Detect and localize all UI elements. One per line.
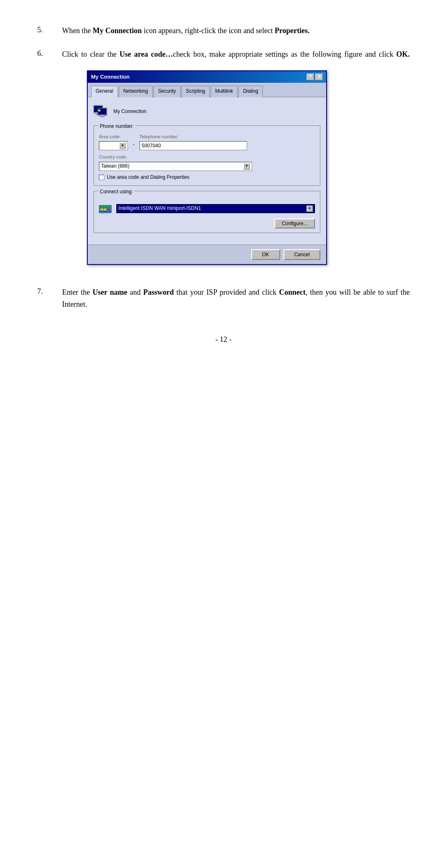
win-dialog: My Connection ? ✕ General Networking Sec…: [87, 70, 327, 265]
step-7: 7. Enter the User name and Password that…: [37, 286, 410, 310]
step-7-text-before: Enter the: [62, 288, 93, 296]
area-code-arrow[interactable]: ▼: [119, 142, 126, 149]
dialog-container: My Connection ? ✕ General Networking Sec…: [87, 70, 327, 265]
titlebar-controls: ? ✕: [307, 74, 323, 80]
connection-name-label: My Connection: [113, 108, 147, 115]
separator-dash: -: [131, 141, 136, 150]
step-5-number: 5.: [37, 25, 62, 34]
svg-rect-17: [103, 213, 104, 214]
area-code-label: Area code:: [99, 133, 128, 141]
country-code-label: Country code:: [99, 154, 315, 161]
help-button[interactable]: ?: [307, 74, 314, 80]
svg-rect-15: [99, 211, 111, 213]
country-value: Taiwan (886): [101, 162, 130, 170]
step-5: 5. When the My Connection icon appears, …: [37, 25, 410, 37]
tab-security[interactable]: Security: [154, 86, 180, 97]
phone-field-row: Area code: ▼ -: [99, 133, 315, 151]
step-7-bold2: Password: [143, 288, 174, 296]
svg-rect-14: [107, 209, 110, 210]
dialog-footer: OK Cancel: [88, 245, 326, 264]
device-icon: [99, 203, 112, 214]
step-5-bold2: Properties.: [275, 26, 310, 35]
tab-multilink[interactable]: Multilink: [211, 86, 238, 97]
dialog-tabs: General Networking Security Scripting Mu…: [88, 83, 326, 97]
area-code-field: Area code: ▼: [99, 133, 128, 151]
step-5-text-before: When the: [62, 26, 93, 35]
connection-icon-row: My Connection: [94, 104, 320, 120]
svg-rect-18: [106, 213, 107, 214]
configure-button[interactable]: Configure...: [274, 219, 315, 228]
telephone-label: Telephone number:: [139, 133, 247, 141]
tab-networking[interactable]: Networking: [119, 86, 153, 97]
svg-rect-12: [101, 209, 103, 210]
step-6-bold2: OK.: [397, 50, 410, 58]
svg-rect-16: [101, 213, 102, 214]
step-5-text: When the My Connection icon appears, rig…: [62, 25, 410, 37]
step-5-bold1: My Connection: [93, 26, 142, 35]
phone-group-legend: Phone number:: [98, 123, 135, 130]
checkbox-label: Use area code and Dialing Properties: [107, 173, 189, 181]
tab-scripting[interactable]: Scripting: [181, 86, 210, 97]
cancel-button[interactable]: Cancel: [284, 249, 320, 260]
dialog-title: My Connection: [91, 73, 130, 82]
step-5-text-mid1: icon appears, right-click the icon and s…: [142, 26, 274, 35]
country-arrow[interactable]: ▼: [243, 163, 250, 170]
checkbox-row: Use area code and Dialing Properties: [99, 173, 315, 181]
svg-rect-9: [100, 116, 105, 117]
telephone-input[interactable]: 5007040: [139, 141, 247, 150]
device-arrow[interactable]: ▼: [306, 205, 313, 212]
area-code-dropdown[interactable]: ▼: [99, 141, 128, 150]
step-6-text-mid1: check box, make appropriate settings as …: [173, 50, 397, 58]
network-icon: [94, 104, 109, 120]
use-area-code-checkbox[interactable]: [99, 175, 104, 180]
svg-point-7: [99, 110, 100, 111]
country-code-section: Country code: Taiwan (886) ▼: [99, 154, 315, 171]
dialog-body: My Connection Phone number: Area code:: [88, 97, 326, 245]
step-6-text-before: Click to clear the: [62, 50, 120, 58]
device-dropdown[interactable]: Intelligent ISDN WAN miniport-ISDN1 ▼: [116, 204, 315, 213]
telephone-field: Telephone number: 5007040: [139, 133, 247, 151]
step-7-text-mid1: and: [127, 288, 143, 296]
svg-rect-11: [100, 206, 111, 208]
page-number: - 12 -: [37, 335, 410, 344]
device-row: Intelligent ISDN WAN miniport-ISDN1 ▼: [99, 203, 315, 214]
step-7-bold3: Connect: [279, 288, 305, 296]
close-button[interactable]: ✕: [315, 74, 323, 80]
step-7-number: 7.: [37, 286, 62, 296]
step-6-bold1: Use area code…: [120, 50, 173, 58]
country-code-dropdown[interactable]: Taiwan (886) ▼: [99, 162, 252, 171]
phone-number-group: Phone number: Area code: ▼: [94, 125, 320, 186]
svg-rect-13: [104, 209, 106, 210]
connect-using-group: Connect using:: [94, 191, 320, 233]
step-7-text-mid2: that your ISP provided and click: [174, 288, 279, 296]
step-7-text: Enter the User name and Password that yo…: [62, 286, 410, 310]
device-value: Intelligent ISDN WAN miniport-ISDN1: [118, 204, 201, 212]
win-titlebar: My Connection ? ✕: [88, 71, 326, 83]
tab-general[interactable]: General: [91, 86, 118, 97]
step-6-text: Click to clear the Use area code…check b…: [62, 48, 410, 275]
connect-using-legend: Connect using:: [98, 188, 135, 196]
step-7-bold1: User name: [93, 288, 127, 296]
ok-button[interactable]: OK: [251, 249, 280, 260]
svg-rect-19: [108, 213, 109, 214]
tab-dialing[interactable]: Dialing: [238, 86, 263, 97]
page-content: 5. When the My Connection icon appears, …: [37, 25, 410, 344]
step-6-number: 6.: [37, 48, 62, 58]
step-6: 6. Click to clear the Use area code…chec…: [37, 48, 410, 275]
